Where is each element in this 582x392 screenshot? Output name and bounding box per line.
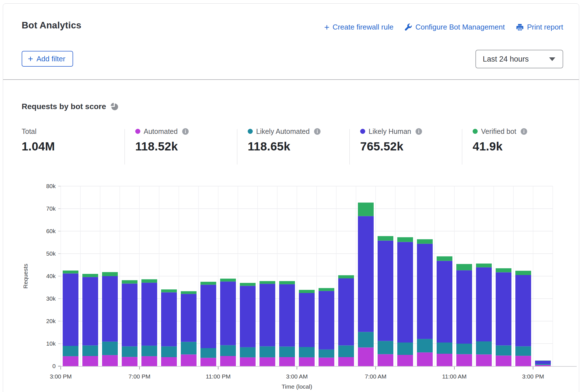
create-firewall-rule-link[interactable]: + Create firewall rule xyxy=(324,23,393,31)
bar-segment-likely-human[interactable] xyxy=(319,291,334,350)
bar-segment-likely-automated[interactable] xyxy=(515,346,531,356)
bar-segment-likely-human[interactable] xyxy=(161,292,177,346)
bar-segment-verified-bot[interactable] xyxy=(63,271,78,273)
bar-segment-likely-automated[interactable] xyxy=(141,346,157,356)
bar-segment-likely-human[interactable] xyxy=(102,276,118,342)
bar-segment-likely-human[interactable] xyxy=(378,241,393,341)
bar-segment-likely-human[interactable] xyxy=(417,244,433,339)
bar-segment-verified-bot[interactable] xyxy=(82,274,98,277)
bar-segment-automated[interactable] xyxy=(319,358,334,366)
bar-segment-likely-human[interactable] xyxy=(535,361,551,364)
info-icon[interactable] xyxy=(521,128,527,135)
bar-segment-likely-automated[interactable] xyxy=(378,341,393,354)
bar-segment-likely-human[interactable] xyxy=(358,216,374,332)
bar-segment-verified-bot[interactable] xyxy=(338,275,354,278)
bar-segment-automated[interactable] xyxy=(279,357,295,366)
bar-segment-verified-bot[interactable] xyxy=(319,288,334,291)
print-report-link[interactable]: Print report xyxy=(516,23,563,31)
bar-segment-verified-bot[interactable] xyxy=(417,239,433,244)
bar-segment-automated[interactable] xyxy=(338,357,354,366)
bar-segment-likely-automated[interactable] xyxy=(102,342,118,355)
bar-segment-automated[interactable] xyxy=(82,356,98,366)
bar-segment-likely-human[interactable] xyxy=(456,270,472,344)
bar-segment-automated[interactable] xyxy=(63,356,78,366)
bar-segment-automated[interactable] xyxy=(417,352,433,366)
bar-segment-likely-automated[interactable] xyxy=(299,347,315,357)
bar-segment-verified-bot[interactable] xyxy=(102,272,118,276)
bar-segment-likely-human[interactable] xyxy=(476,267,492,341)
bar-segment-likely-automated[interactable] xyxy=(181,342,197,355)
bar-segment-automated[interactable] xyxy=(299,357,315,366)
bar-segment-verified-bot[interactable] xyxy=(122,280,137,283)
bar-segment-likely-human[interactable] xyxy=(299,293,315,347)
bar-segment-likely-automated[interactable] xyxy=(260,346,275,357)
bar-segment-verified-bot[interactable] xyxy=(496,268,511,272)
bar-segment-automated[interactable] xyxy=(397,355,413,366)
bar-segment-likely-automated[interactable] xyxy=(319,350,334,358)
bar-segment-automated[interactable] xyxy=(200,358,216,366)
time-range-dropdown[interactable]: Last 24 hours xyxy=(475,50,563,68)
bar-segment-likely-automated[interactable] xyxy=(122,346,137,357)
bar-segment-likely-automated[interactable] xyxy=(476,341,492,354)
info-icon[interactable] xyxy=(314,128,321,135)
bar-segment-likely-automated[interactable] xyxy=(496,345,511,355)
bar-segment-verified-bot[interactable] xyxy=(437,256,452,261)
bar-segment-automated[interactable] xyxy=(535,365,551,366)
bar-segment-verified-bot[interactable] xyxy=(456,264,472,270)
bar-segment-likely-automated[interactable] xyxy=(161,346,177,357)
bar-segment-verified-bot[interactable] xyxy=(397,237,413,242)
bar-segment-automated[interactable] xyxy=(161,357,177,366)
bar-segment-likely-human[interactable] xyxy=(220,281,236,345)
bar-segment-verified-bot[interactable] xyxy=(141,279,157,283)
bar-segment-automated[interactable] xyxy=(102,355,118,366)
bar-segment-verified-bot[interactable] xyxy=(279,281,295,284)
info-icon[interactable] xyxy=(182,128,189,135)
bar-segment-verified-bot[interactable] xyxy=(299,290,315,293)
bar-segment-automated[interactable] xyxy=(260,357,275,366)
bar-segment-verified-bot[interactable] xyxy=(476,263,492,267)
bar-segment-likely-human[interactable] xyxy=(496,272,511,345)
bar-segment-likely-automated[interactable] xyxy=(535,364,551,365)
bar-segment-automated[interactable] xyxy=(496,355,511,366)
bar-segment-likely-human[interactable] xyxy=(82,277,98,345)
bar-segment-likely-automated[interactable] xyxy=(437,343,452,354)
bar-segment-likely-human[interactable] xyxy=(397,242,413,343)
bar-segment-automated[interactable] xyxy=(122,357,137,366)
bar-segment-automated[interactable] xyxy=(358,348,374,366)
bar-segment-likely-automated[interactable] xyxy=(240,347,256,357)
bar-segment-likely-automated[interactable] xyxy=(220,345,236,356)
bar-segment-likely-automated[interactable] xyxy=(417,339,433,352)
bar-segment-verified-bot[interactable] xyxy=(200,282,216,285)
bar-segment-likely-human[interactable] xyxy=(141,283,157,346)
bar-segment-automated[interactable] xyxy=(378,354,393,366)
bar-segment-likely-human[interactable] xyxy=(181,294,197,342)
bar-segment-verified-bot[interactable] xyxy=(515,271,531,275)
bar-segment-likely-human[interactable] xyxy=(122,283,137,346)
bar-segment-likely-automated[interactable] xyxy=(358,332,374,347)
bar-segment-automated[interactable] xyxy=(515,356,531,366)
bar-segment-verified-bot[interactable] xyxy=(240,283,256,286)
bar-segment-likely-automated[interactable] xyxy=(456,344,472,354)
bar-segment-verified-bot[interactable] xyxy=(358,202,374,216)
bar-segment-likely-automated[interactable] xyxy=(200,348,216,358)
bar-segment-likely-human[interactable] xyxy=(200,285,216,348)
bar-segment-likely-automated[interactable] xyxy=(338,345,354,357)
bar-segment-verified-bot[interactable] xyxy=(260,281,275,284)
bar-segment-automated[interactable] xyxy=(476,354,492,366)
bar-segment-verified-bot[interactable] xyxy=(378,236,393,241)
bar-segment-automated[interactable] xyxy=(181,354,197,366)
info-icon[interactable] xyxy=(416,128,422,135)
bar-segment-likely-automated[interactable] xyxy=(397,343,413,355)
bar-segment-likely-automated[interactable] xyxy=(82,345,98,356)
bar-segment-automated[interactable] xyxy=(240,357,256,366)
bar-segment-automated[interactable] xyxy=(141,356,157,366)
configure-bot-management-link[interactable]: Configure Bot Management xyxy=(405,23,505,31)
bar-segment-verified-bot[interactable] xyxy=(220,279,236,281)
bar-segment-likely-automated[interactable] xyxy=(279,346,295,357)
bar-segment-likely-human[interactable] xyxy=(260,284,275,346)
bar-segment-verified-bot[interactable] xyxy=(535,361,551,361)
bar-segment-likely-automated[interactable] xyxy=(63,346,78,356)
bar-segment-verified-bot[interactable] xyxy=(181,291,197,294)
add-filter-button[interactable]: + Add filter xyxy=(22,51,73,67)
bar-segment-likely-human[interactable] xyxy=(63,273,78,346)
